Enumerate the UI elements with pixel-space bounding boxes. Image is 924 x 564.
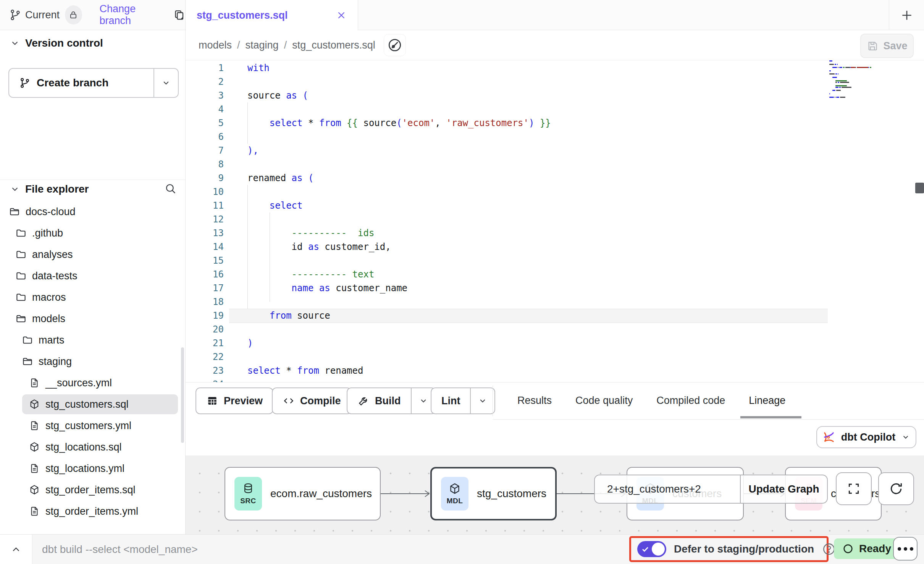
tree-folder-marts[interactable]: marts xyxy=(22,329,65,351)
lineage-selector-input[interactable]: 2+stg_customers+2 xyxy=(595,475,740,503)
tree-file-stg-locations-sql[interactable]: stg_locations.sql xyxy=(29,436,122,458)
preview-button[interactable]: Preview xyxy=(195,387,273,414)
minimap-line xyxy=(829,93,830,94)
create-branch-dropdown[interactable] xyxy=(154,69,178,97)
tree-file--sources-yml[interactable]: __sources.yml xyxy=(29,372,112,394)
version-control-title: Version control xyxy=(25,37,103,49)
minimap-line xyxy=(870,67,871,68)
tab-compiled-code[interactable]: Compiled code xyxy=(656,392,725,410)
minimap-line xyxy=(829,97,834,98)
dbt-copilot-button[interactable]: dbt Copilot xyxy=(816,426,916,448)
minimap-line xyxy=(835,73,837,75)
tree-folder-macros[interactable]: macros xyxy=(15,287,66,308)
lineage-node-stg-customers[interactable]: MDLstg_customers xyxy=(430,467,557,520)
version-control-header[interactable]: Version control xyxy=(10,37,103,49)
tree-item-label: stg_order_items.yml xyxy=(45,506,138,517)
folder-open-icon xyxy=(15,313,27,324)
compile-button[interactable]: Compile xyxy=(272,387,352,414)
editor-minimap[interactable] xyxy=(829,60,879,102)
lineage-canvas[interactable]: SRCecom.raw_customersMDLstg_customersMDL… xyxy=(186,455,924,534)
close-tab-icon[interactable] xyxy=(336,10,347,21)
minimap-line xyxy=(829,60,832,62)
chevron-up-icon xyxy=(10,544,22,555)
line-number: 13 xyxy=(191,226,224,240)
tree-folder-docs-cloud[interactable]: docs-cloud xyxy=(9,201,76,222)
tree-file-stg-customers-sql[interactable]: stg_customers.sql xyxy=(29,394,129,415)
code-line-1: with xyxy=(247,61,270,75)
more-options-button[interactable] xyxy=(893,537,918,561)
change-branch-link[interactable]: Change branch xyxy=(100,3,162,27)
git-branch-icon xyxy=(9,9,21,21)
tree-file-stg-order-items-yml[interactable]: stg_order_items.yml xyxy=(29,501,138,522)
tree-folder--github[interactable]: .github xyxy=(15,222,63,244)
tree-folder-data-tests[interactable]: data-tests xyxy=(15,265,78,287)
defer-toggle-group: Defer to staging/production xyxy=(629,536,829,562)
line-number: 4 xyxy=(191,102,224,116)
lock-icon xyxy=(68,10,78,20)
lint-dropdown[interactable] xyxy=(471,388,494,413)
line-number: 19 xyxy=(191,309,224,323)
folder-icon xyxy=(15,270,27,282)
code-line-23: select * from renamed xyxy=(247,364,363,378)
model-performance-button[interactable] xyxy=(384,34,406,56)
create-branch-button[interactable]: Create branch xyxy=(8,68,179,98)
file-explorer-header[interactable]: File explorer xyxy=(10,183,89,195)
compile-label: Compile xyxy=(300,395,341,407)
minimap-line xyxy=(835,87,838,88)
defer-toggle[interactable] xyxy=(637,541,666,557)
tab-results[interactable]: Results xyxy=(517,392,552,410)
model-cube-icon xyxy=(29,441,40,453)
build-label: Build xyxy=(375,395,401,407)
defer-label: Defer to staging/production xyxy=(674,543,814,555)
tree-file-stg-locations-yml[interactable]: stg_locations.yml xyxy=(29,458,124,479)
update-graph-button[interactable]: Update Graph xyxy=(741,475,827,503)
tree-folder-analyses[interactable]: analyses xyxy=(15,244,73,265)
new-tab-button[interactable] xyxy=(896,5,918,25)
plus-icon xyxy=(899,8,914,23)
file-tree-scrollbar[interactable] xyxy=(181,347,184,443)
line-number: 17 xyxy=(191,281,224,295)
git-branch-icon xyxy=(19,77,31,89)
build-button[interactable]: Build xyxy=(347,387,436,414)
fullscreen-button[interactable] xyxy=(836,472,872,505)
code-line-21: ) xyxy=(247,336,253,350)
current-branch-label: Current xyxy=(25,9,60,21)
wrench-icon xyxy=(357,395,370,407)
node-type-badge-src: SRC xyxy=(234,477,262,511)
copy-icon[interactable] xyxy=(173,9,185,21)
code-editor[interactable]: 123456789101112131415161718192021222324 … xyxy=(186,60,924,382)
tree-file-stg-customers-yml[interactable]: stg_customers.yml xyxy=(29,415,131,436)
breadcrumb-models[interactable]: models xyxy=(199,39,232,51)
minimap-line xyxy=(837,64,838,65)
lineage-node-ecom-raw-customers[interactable]: SRCecom.raw_customers xyxy=(225,467,381,520)
folder-open-icon xyxy=(22,356,33,367)
collapse-panel-button[interactable] xyxy=(0,535,32,564)
tree-file-stg-order-items-sql[interactable]: stg_order_items.sql xyxy=(29,479,136,501)
tabs-bottom-border xyxy=(493,419,924,420)
database-icon xyxy=(242,482,255,495)
status-ready-badge[interactable]: Ready xyxy=(834,538,900,559)
search-icon[interactable] xyxy=(164,182,177,195)
chevron-down-icon xyxy=(10,184,20,194)
tab-code-quality[interactable]: Code quality xyxy=(575,392,633,410)
lint-button[interactable]: Lint xyxy=(431,387,495,414)
editor-scrollbar-thumb[interactable] xyxy=(915,183,924,193)
minimap-line xyxy=(842,87,851,88)
save-button[interactable]: Save xyxy=(860,34,914,58)
breadcrumb-file: stg_customers.sql xyxy=(292,39,375,51)
command-input[interactable]: dbt build --select <model_name> xyxy=(42,535,198,564)
line-number: 10 xyxy=(191,185,224,199)
line-number: 6 xyxy=(191,130,224,144)
line-number: 24 xyxy=(191,378,224,382)
breadcrumb-staging[interactable]: staging xyxy=(246,39,279,51)
lineage-edge-arrow xyxy=(381,489,430,498)
minimap-line xyxy=(838,82,839,83)
tab-stg-customers-sql[interactable]: stg_customers.sql xyxy=(186,0,358,31)
tree-item-label: stg_order_items.sql xyxy=(45,484,136,496)
tree-folder-models[interactable]: models xyxy=(15,308,65,329)
editor-tab-bar: stg_customers.sql xyxy=(186,0,924,30)
table-icon xyxy=(206,395,218,407)
tree-folder-staging[interactable]: staging xyxy=(22,351,72,372)
tab-lineage[interactable]: Lineage xyxy=(749,392,785,410)
refresh-button[interactable] xyxy=(878,472,914,505)
